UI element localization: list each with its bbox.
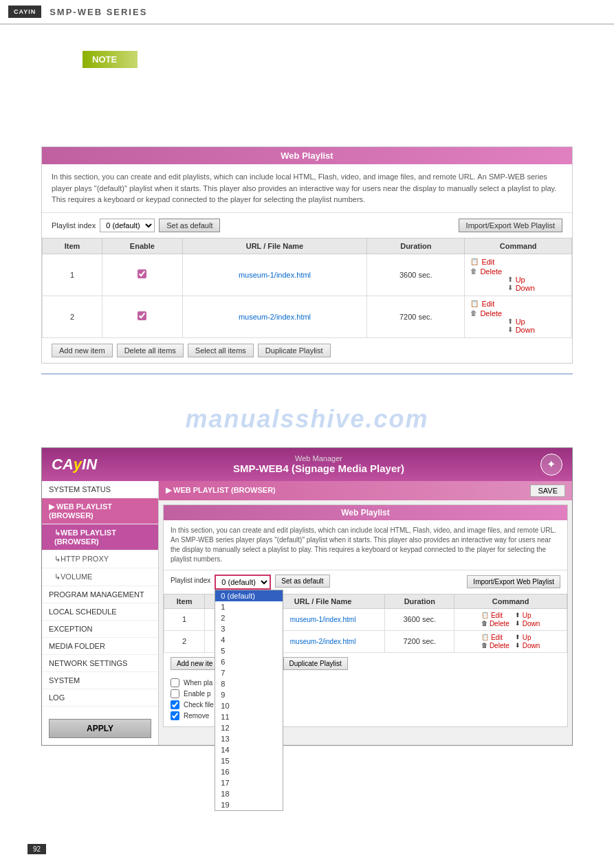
wm-item-duration: 7200 sec. xyxy=(385,630,454,652)
sidebar-item-volume[interactable]: ↳VOLUME xyxy=(42,568,158,586)
dropdown-item-4[interactable]: 4 xyxy=(215,634,283,645)
wm-edit-link[interactable]: Edit xyxy=(491,634,503,641)
wm-add-new-item-button[interactable]: Add new ite xyxy=(171,657,219,670)
delete-link[interactable]: Delete xyxy=(480,267,502,276)
cmd-row-delete: 🗑 Delete xyxy=(470,309,502,318)
wm-up-link[interactable]: Up xyxy=(523,634,531,641)
down-link[interactable]: Down xyxy=(516,284,535,292)
wm-item-number: 2 xyxy=(164,630,205,652)
dropdown-item-0[interactable]: 0 (default) xyxy=(215,590,283,601)
up-link[interactable]: Up xyxy=(516,318,525,326)
cmd-row-down: ⬇ Down xyxy=(507,326,535,334)
sidebar-item-system[interactable]: SYSTEM xyxy=(42,672,158,689)
url-link[interactable]: museum-1/index.html xyxy=(239,271,311,279)
item-commands: 📋 Edit 🗑 Delete ⬆ Up xyxy=(465,254,572,296)
sidebar-item-web-playlist-sub[interactable]: ↳WEB PLAYLIST (BROWSER) xyxy=(42,524,158,550)
sidebar-item-exception[interactable]: EXCEPTION xyxy=(42,621,158,638)
delete-link[interactable]: Delete xyxy=(480,309,502,318)
enable-checkbox[interactable] xyxy=(138,269,146,278)
when-playlist-checkbox[interactable] xyxy=(171,678,179,687)
set-default-button[interactable]: Set as default xyxy=(159,219,220,232)
wm-save-button[interactable]: SAVE xyxy=(530,485,565,497)
wm-cmd-row-up: ⬆ Up xyxy=(515,612,531,619)
wm-duplicate-playlist-button[interactable]: Duplicate Playlist xyxy=(283,657,348,670)
sidebar-item-web-playlist-browser[interactable]: ▶ WEB PLAYLIST (BROWSER) xyxy=(42,498,158,524)
item-enable[interactable] xyxy=(102,254,183,296)
wm-delete-link[interactable]: Delete xyxy=(490,642,509,649)
wm-import-export-button[interactable]: Import/Export Web Playlist xyxy=(467,575,560,588)
dropdown-item-3[interactable]: 3 xyxy=(215,623,283,634)
dropdown-item-6[interactable]: 6 xyxy=(215,656,283,667)
wm-url-link[interactable]: museum-2/index.html xyxy=(290,638,356,645)
wm-item-commands: 📋 Edit 🗑 Delete xyxy=(454,608,567,630)
url-link[interactable]: museum-2/index.html xyxy=(239,313,311,321)
dropdown-item-16[interactable]: 16 xyxy=(215,766,283,777)
wm-playlist-controls: Playlist index 0 (default) 0 (default) 1… xyxy=(164,570,567,594)
wm-down-link[interactable]: Down xyxy=(523,620,540,627)
table-row: 1 museum-1/index.html 3600 sec. 📋 Edit xyxy=(43,254,572,296)
delete-all-button[interactable]: Delete all items xyxy=(117,344,184,357)
edit-link[interactable]: Edit xyxy=(481,300,494,308)
playlist-controls: Playlist index 0 (default) Set as defaul… xyxy=(42,213,572,238)
sidebar-item-http-proxy[interactable]: ↳HTTP PROXY xyxy=(42,550,158,568)
cmd-row-down: ⬇ Down xyxy=(507,284,535,292)
dropdown-item-14[interactable]: 14 xyxy=(215,744,283,755)
divider xyxy=(41,373,573,375)
sidebar-item-system-status[interactable]: SYSTEM STATUS xyxy=(42,481,158,498)
edit-link[interactable]: Edit xyxy=(481,258,494,266)
sidebar-item-program-management[interactable]: PROGRAM MANAGEMENT xyxy=(42,586,158,603)
sidebar-item-log[interactable]: LOG xyxy=(42,689,158,706)
item-enable[interactable] xyxy=(102,296,183,337)
wm-cmd-row-delete: 🗑 Delete xyxy=(481,642,509,649)
item-url: museum-1/index.html xyxy=(182,254,366,296)
dropdown-item-7[interactable]: 7 xyxy=(215,667,283,678)
up-link[interactable]: Up xyxy=(516,276,525,284)
enable-keypad-checkbox[interactable] xyxy=(171,689,179,698)
dropdown-item-1[interactable]: 1 xyxy=(215,601,283,612)
wm-playlist-select[interactable]: 0 (default) xyxy=(215,575,271,590)
remove-checkbox[interactable] xyxy=(171,711,179,720)
wm-item-number: 1 xyxy=(164,608,205,630)
add-new-item-button[interactable]: Add new item xyxy=(52,344,113,357)
apply-button[interactable]: APPLY xyxy=(49,719,151,738)
check-file-checkbox[interactable] xyxy=(171,700,179,709)
dropdown-item-12[interactable]: 12 xyxy=(215,722,283,733)
dropdown-item-17[interactable]: 17 xyxy=(215,777,283,788)
import-export-button[interactable]: Import/Export Web Playlist xyxy=(459,219,562,232)
section1-panel-desc: In this section, you can create and edit… xyxy=(42,164,572,213)
wm-inner-panel: Web Playlist In this section, you can cr… xyxy=(163,504,568,727)
star-button[interactable]: ✦ xyxy=(540,454,562,476)
dropdown-item-19[interactable]: 19 xyxy=(215,799,283,810)
wm-header: CAyIN Web Manager SMP-WEB4 (Signage Medi… xyxy=(42,448,572,481)
wm-copy-icon: 📋 xyxy=(481,612,489,619)
col-url: URL / File Name xyxy=(182,238,366,254)
wm-set-default-button[interactable]: Set as default xyxy=(275,575,329,588)
dropdown-item-11[interactable]: 11 xyxy=(215,711,283,722)
sidebar-item-local-schedule[interactable]: LOCAL SCHEDULE xyxy=(42,603,158,621)
dropdown-item-9[interactable]: 9 xyxy=(215,689,283,700)
enable-checkbox[interactable] xyxy=(138,311,146,320)
wm-cmd-group: 📋 Edit 🗑 Delete xyxy=(481,634,509,649)
dropdown-item-15[interactable]: 15 xyxy=(215,755,283,766)
wm-cmd-row-delete: 🗑 Delete xyxy=(481,620,509,627)
wm-up-link[interactable]: Up xyxy=(523,612,531,619)
dropdown-item-10[interactable]: 10 xyxy=(215,700,283,711)
table-row: 2 museum-2/index.html 7200 sec. 📋 Edit xyxy=(43,296,572,337)
dropdown-item-18[interactable]: 18 xyxy=(215,788,283,799)
wm-url-link[interactable]: museum-1/index.html xyxy=(290,616,356,623)
dropdown-item-13[interactable]: 13 xyxy=(215,733,283,744)
wm-sidebar: SYSTEM STATUS ▶ WEB PLAYLIST (BROWSER) ↳… xyxy=(42,481,159,745)
duplicate-playlist-button[interactable]: Duplicate Playlist xyxy=(258,344,331,357)
dropdown-item-2[interactable]: 2 xyxy=(215,612,283,623)
select-all-button[interactable]: Select all items xyxy=(188,344,254,357)
dropdown-item-8[interactable]: 8 xyxy=(215,678,283,689)
wm-edit-link[interactable]: Edit xyxy=(491,612,503,619)
down-link[interactable]: Down xyxy=(516,326,535,334)
playlist-index-select[interactable]: 0 (default) xyxy=(100,219,155,232)
wm-delete-link[interactable]: Delete xyxy=(490,620,509,627)
dropdown-item-5[interactable]: 5 xyxy=(215,645,283,656)
sidebar-item-media-folder[interactable]: MEDIA FOLDER xyxy=(42,638,158,655)
wm-down-link[interactable]: Down xyxy=(523,642,540,649)
sidebar-item-network-settings[interactable]: NETWORK SETTINGS xyxy=(42,655,158,672)
cmd-row-up: ⬆ Up xyxy=(507,276,535,284)
